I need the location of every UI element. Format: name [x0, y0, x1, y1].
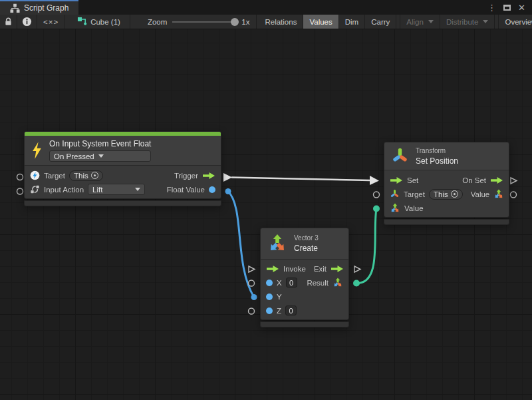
dim-toggle[interactable]: Dim: [339, 15, 365, 29]
x-label: X: [277, 279, 282, 287]
chevron-down-icon: [98, 154, 104, 158]
chevron-down-icon: [135, 188, 140, 191]
y-in-port[interactable]: [266, 294, 273, 300]
trigger-out-port[interactable]: [202, 172, 215, 180]
z-label: Z: [277, 307, 281, 315]
port-transform-value-out[interactable]: [511, 192, 517, 198]
port-vector3-z-in[interactable]: [249, 308, 255, 314]
lock-button[interactable]: [0, 15, 17, 29]
tab-script-graph[interactable]: Script Graph: [0, 0, 78, 15]
zoom-control: Zoom 1x: [130, 15, 257, 29]
event-target-field[interactable]: This: [69, 170, 103, 181]
window-menu-icon[interactable]: ⋮: [487, 3, 496, 12]
relations-toggle[interactable]: Relations: [259, 15, 303, 29]
graph-target-button[interactable]: Cube (1): [65, 15, 130, 29]
vector3-category: Vector 3: [294, 234, 319, 242]
wire-result-to-value[interactable]: [353, 206, 380, 287]
event-mode-dropdown[interactable]: On Pressed: [49, 150, 151, 162]
vector3-y-row: Y: [261, 290, 348, 303]
info-icon: [22, 17, 32, 27]
zoom-slider-handle[interactable]: [231, 18, 239, 26]
zoom-label: Zoom: [148, 18, 167, 26]
vector3-icon: [267, 234, 287, 254]
event-node-footer: [24, 200, 221, 206]
exit-out-port[interactable]: [331, 265, 344, 273]
graph-target-label: Cube (1): [90, 18, 120, 26]
node-transform-set-position[interactable]: Transform Set Position Set On Set Targ: [384, 142, 509, 225]
float-value-label: Float Value: [167, 186, 205, 194]
event-action-row: Input Action Lift Float Value: [25, 182, 221, 196]
event-node-header[interactable]: On Input System Event Float On Pressed: [25, 136, 221, 166]
result-label: Result: [307, 279, 329, 287]
transform-value-row: Value: [384, 201, 509, 215]
vector3-title: Create: [294, 244, 319, 253]
node-on-input-system-event-float[interactable]: On Input System Event Float On Pressed T…: [24, 131, 221, 206]
info-button[interactable]: [17, 15, 37, 29]
x-in-port[interactable]: [266, 280, 273, 286]
z-value-field[interactable]: 0: [285, 305, 297, 315]
transform-node-header[interactable]: Transform Set Position: [384, 142, 509, 170]
node-vector3-create[interactable]: Vector 3 Create Invoke Exit X: [260, 228, 349, 327]
port-event-action-in[interactable]: [17, 188, 23, 194]
transform-target-row: Target This Value: [384, 187, 509, 201]
invoke-in-port[interactable]: [266, 265, 279, 273]
transform-title: Set Position: [416, 156, 458, 166]
distribute-dropdown[interactable]: Distribute: [440, 15, 495, 29]
vector3-x-row: X 0 Result: [261, 276, 348, 290]
object-picker-icon: [451, 190, 458, 198]
target-label: Target: [44, 172, 65, 180]
code-view-button[interactable]: <×>: [37, 15, 65, 29]
port-vector3-invoke-in[interactable]: [249, 266, 255, 272]
chevron-down-icon: [428, 20, 434, 23]
transform-mini-icon: [390, 189, 400, 199]
lightning-bolt-icon: [31, 142, 43, 159]
value-out-label: Value: [471, 190, 490, 198]
vector3-node-footer: [260, 321, 349, 327]
result-out-port[interactable]: [332, 278, 343, 288]
input-action-dropdown[interactable]: Lift: [88, 184, 145, 195]
wire-floatvalue-to-y[interactable]: [225, 188, 257, 300]
lock-icon: [3, 17, 13, 27]
overview-button[interactable]: Overview: [498, 15, 532, 29]
target-label: Target: [404, 190, 425, 198]
event-target-row: Target This Trigger: [25, 168, 221, 182]
on-set-out-port[interactable]: [490, 176, 503, 184]
float-value-out-port[interactable]: [209, 186, 215, 193]
invoke-label: Invoke: [283, 265, 306, 273]
z-in-port[interactable]: [266, 307, 273, 314]
graph-canvas[interactable]: On Input System Event Float On Pressed T…: [0, 29, 532, 400]
x-value-field[interactable]: 0: [286, 278, 297, 288]
vector3-z-row: Z 0: [261, 303, 348, 317]
port-vector3-exit-out[interactable]: [354, 266, 360, 272]
close-icon[interactable]: ✕: [518, 3, 525, 12]
port-transform-onset-out[interactable]: [511, 178, 517, 184]
window-controls: ⋮ ✕: [487, 0, 532, 15]
carry-toggle[interactable]: Carry: [365, 15, 396, 29]
value-in-label: Value: [404, 204, 424, 212]
set-label: Set: [407, 176, 418, 184]
vector3-node-header[interactable]: Vector 3 Create: [261, 228, 348, 260]
zoom-slider[interactable]: [172, 15, 236, 29]
on-set-label: On Set: [462, 176, 486, 184]
object-picker-icon: [91, 172, 98, 179]
exit-label: Exit: [314, 265, 327, 273]
graph-tab-icon: [10, 3, 20, 13]
value-out-port[interactable]: [493, 189, 504, 200]
y-label: Y: [277, 293, 282, 301]
set-in-port[interactable]: [390, 176, 403, 184]
zoom-value: 1x: [241, 18, 249, 26]
port-vector3-x-in[interactable]: [249, 280, 255, 286]
port-transform-target-in[interactable]: [374, 192, 380, 198]
transform-set-row: Set On Set: [384, 173, 509, 187]
wire-trigger-to-set[interactable]: [223, 173, 379, 185]
port-event-target-in[interactable]: [17, 174, 23, 180]
value-in-port[interactable]: [390, 203, 400, 214]
input-action-icon: [30, 184, 40, 194]
transform-target-field[interactable]: This: [429, 189, 463, 200]
maximize-icon[interactable]: [503, 5, 511, 11]
graph-toolbar: <×> Cube (1) Zoom 1x Relations Values Di…: [0, 15, 532, 29]
values-toggle[interactable]: Values: [303, 15, 338, 29]
align-dropdown[interactable]: Align: [400, 15, 440, 29]
tab-bar: Script Graph ⋮ ✕: [0, 0, 532, 15]
transform-node-footer: [384, 219, 509, 225]
